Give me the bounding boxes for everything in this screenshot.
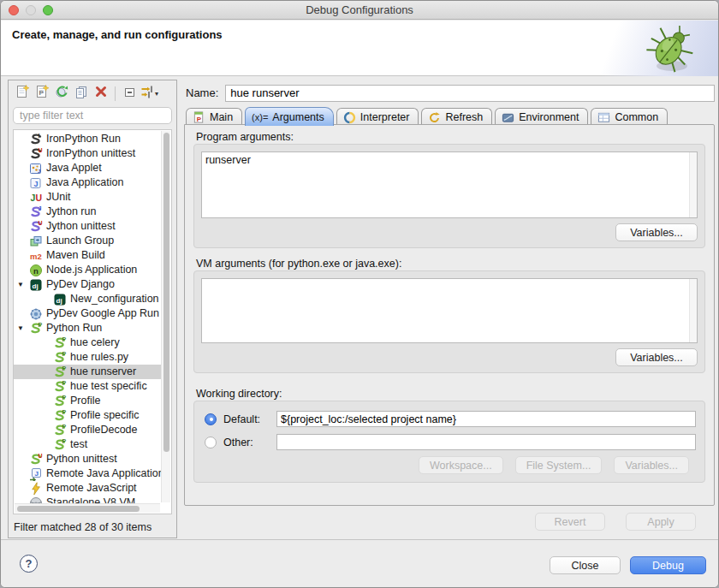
tree-item-label: IronPython unittest: [46, 146, 135, 161]
maven-icon: m2: [29, 249, 43, 263]
svg-text:J: J: [34, 179, 39, 187]
program-arguments-textarea[interactable]: runserver: [202, 152, 697, 217]
delete-icon: [94, 85, 108, 102]
tree-item-python-run[interactable]: ▼PPython Run: [14, 321, 161, 336]
tree-item-python-unittest[interactable]: UPython unittest: [14, 452, 161, 466]
tree-item-pydev-google-app-run[interactable]: PyDev Google App Run: [14, 306, 161, 321]
new-configuration-button[interactable]: [12, 84, 32, 103]
tree-item-label: Profile specific: [70, 408, 140, 423]
close-window-button[interactable]: [9, 5, 19, 15]
tree-item-label: Python unittest: [46, 452, 117, 466]
duplicate-configuration-button[interactable]: [71, 84, 91, 103]
expand-arrow-icon[interactable]: ▼: [17, 277, 24, 292]
python-snake-icon: J: [29, 205, 43, 219]
textarea-scrollbar[interactable]: [689, 152, 697, 217]
tree-item-profile[interactable]: PProfile: [14, 394, 161, 408]
other-radio[interactable]: [205, 437, 217, 448]
svg-text:U: U: [38, 453, 42, 459]
collapse-all-button[interactable]: [120, 84, 140, 103]
tree-item-label: Java Applet: [46, 161, 102, 175]
tree-item-node-js-application[interactable]: nNode.js Application: [14, 263, 161, 277]
tree-item-java-applet[interactable]: JJava Applet: [14, 161, 161, 175]
filter-configurations-button[interactable]: ▾: [140, 84, 159, 103]
tab-interpreter[interactable]: Interpreter: [336, 108, 419, 126]
tree-item-junit[interactable]: JUJUnit: [14, 190, 161, 205]
export-configurations-button[interactable]: [51, 84, 71, 103]
default-radio[interactable]: [205, 413, 217, 425]
python-snake-icon: U: [29, 220, 43, 234]
debug-button[interactable]: Debug: [630, 556, 706, 574]
other-directory-input[interactable]: [276, 434, 696, 450]
svg-text:P: P: [197, 115, 202, 122]
dialog-heading: Create, manage, and run configurations: [12, 28, 223, 41]
zoom-window-button[interactable]: [43, 5, 53, 15]
tree-item-remote-javascript[interactable]: Remote JavaScript: [14, 481, 161, 496]
svg-text:J: J: [35, 469, 39, 477]
tree-item-new-configuration[interactable]: djNew_configuration: [14, 292, 161, 306]
svg-text:P: P: [62, 438, 66, 444]
new-prototype-button[interactable]: P: [32, 84, 51, 103]
tree-item-ironpython-unittest[interactable]: UIronPython unittest: [14, 146, 161, 161]
minimize-window-button[interactable]: [26, 5, 36, 15]
tab-common[interactable]: Common: [591, 108, 668, 126]
tab-refresh[interactable]: Refresh: [421, 108, 492, 126]
working-directory-variables-button[interactable]: Variables...: [614, 456, 689, 474]
tree-item-label: Node.js Application: [46, 263, 137, 277]
tab-arguments[interactable]: (x)=Arguments: [245, 107, 334, 126]
delete-configuration-button[interactable]: [91, 84, 110, 103]
tree-item-label: Maven Build: [46, 248, 105, 263]
tree-item-hue-test-specific[interactable]: Phue test specific: [14, 379, 161, 394]
tree-item-pydev-django[interactable]: ▼djPyDev Django: [14, 277, 161, 292]
expand-arrow-icon[interactable]: ▼: [17, 321, 24, 336]
workspace-button[interactable]: Workspace...: [419, 456, 503, 474]
vm-arguments-label: VM arguments (for python.exe or java.exe…: [196, 258, 401, 270]
tree-item-standalone-v8-vm[interactable]: Standalone V8 VM: [14, 496, 161, 503]
tree-item-jython-run[interactable]: JJython run: [14, 205, 161, 219]
vm-arguments-textarea[interactable]: [202, 279, 697, 342]
tree-item-test[interactable]: Ptest: [14, 437, 161, 452]
svg-text:P: P: [62, 395, 66, 401]
tree-item-jython-unittest[interactable]: UJython unittest: [14, 219, 161, 234]
tree-item-remote-java-application[interactable]: JRemote Java Application: [14, 466, 161, 481]
environment-tab-icon: [502, 111, 514, 124]
other-label: Other:: [223, 437, 276, 448]
tree-vertical-scrollbar[interactable]: [161, 131, 170, 502]
python-snake-icon: P: [53, 409, 67, 423]
tree-item-label: PyDev Django: [46, 277, 115, 292]
tree-item-java-application[interactable]: JJava Application: [14, 175, 161, 190]
close-button[interactable]: Close: [550, 556, 621, 574]
help-button[interactable]: ?: [20, 555, 38, 573]
tree-item-hue-runserver[interactable]: Phue runserver: [14, 365, 161, 379]
revert-button[interactable]: Revert: [535, 513, 605, 531]
python-snake-icon: P: [29, 322, 43, 336]
tree-item-ironpython-run[interactable]: IIronPython Run: [14, 132, 161, 146]
filter-input[interactable]: [13, 107, 172, 124]
tree-item-maven-build[interactable]: m2Maven Build: [14, 248, 161, 263]
tree-item-hue-rules-py[interactable]: Phue rules.py: [14, 350, 161, 365]
python-snake-icon: P: [53, 380, 67, 394]
python-snake-icon: U: [29, 453, 43, 466]
tree-item-launch-group[interactable]: Launch Group: [14, 234, 161, 248]
svg-text:P: P: [39, 89, 44, 97]
vm-arguments-variables-button[interactable]: Variables...: [615, 348, 698, 366]
working-directory-label: Working directory:: [196, 388, 282, 400]
java-applet-icon: J: [29, 162, 43, 175]
svg-text:P: P: [62, 336, 66, 342]
tree-horizontal-scrollbar[interactable]: [15, 503, 160, 513]
svg-text:P: P: [38, 322, 42, 328]
python-snake-icon: P: [53, 424, 67, 437]
tree-item-hue-celery[interactable]: Phue celery: [14, 336, 161, 350]
tab-main[interactable]: PMain: [186, 108, 242, 126]
tree-item-profiledecode[interactable]: PProfileDecode: [14, 423, 161, 437]
apply-button[interactable]: Apply: [626, 513, 696, 531]
default-directory-input[interactable]: [276, 411, 696, 427]
tree-item-profile-specific[interactable]: PProfile specific: [14, 408, 161, 423]
program-arguments-variables-button[interactable]: Variables...: [615, 223, 698, 241]
tree-item-label: IronPython Run: [46, 132, 121, 146]
tab-label: Arguments: [272, 111, 324, 123]
name-input[interactable]: [225, 85, 715, 102]
common-tab-icon: [597, 111, 610, 124]
textarea-scrollbar[interactable]: [689, 279, 697, 342]
tab-environment[interactable]: Environment: [495, 108, 588, 126]
file-system-button[interactable]: File System...: [515, 456, 603, 474]
